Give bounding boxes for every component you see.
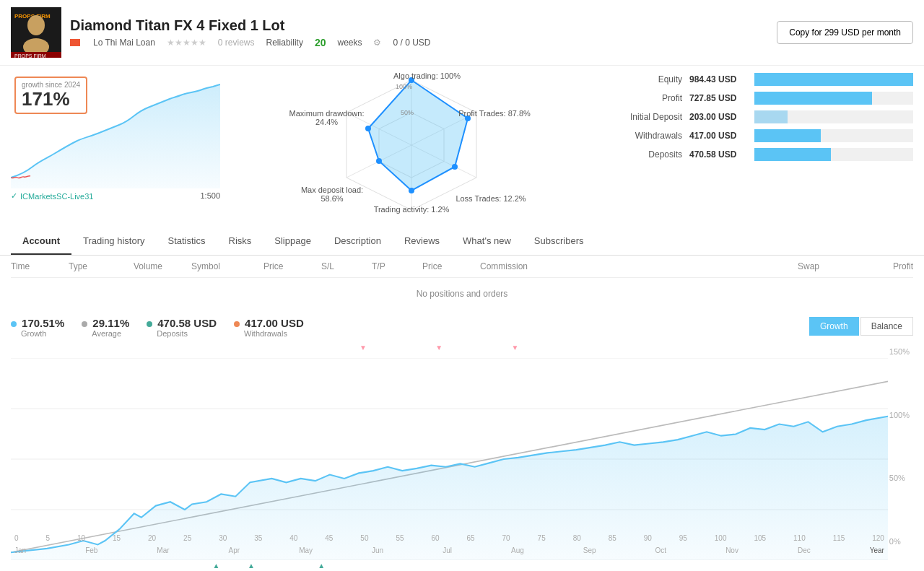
svg-point-2	[27, 15, 45, 35]
x-85: 85	[609, 534, 616, 542]
month-year: Year	[870, 546, 884, 554]
month-jul: Jul	[443, 546, 452, 554]
x-110: 110	[793, 534, 806, 542]
y-axis-labels: 150% 100% 50% 0%	[889, 344, 910, 549]
no-positions-message: No positions and orders	[11, 278, 913, 310]
deposit-marker-1: ▲	[212, 562, 219, 570]
month-aug: Aug	[511, 546, 524, 554]
equity-bar	[754, 73, 913, 86]
profit-bar-container	[754, 92, 913, 105]
x-100: 100	[715, 534, 727, 542]
arrow-3: ▼	[512, 344, 519, 352]
toggle-growth-button[interactable]: Growth	[809, 317, 859, 336]
tab-whats-new[interactable]: What's new	[451, 228, 523, 255]
tab-account[interactable]: Account	[11, 228, 71, 255]
growth-label-deposits: Deposits	[147, 329, 217, 338]
x-0: 0	[14, 534, 19, 542]
x-50: 50	[360, 534, 368, 542]
balance-value: 0 / 0 USD	[393, 38, 430, 48]
tab-subscribers[interactable]: Subscribers	[523, 228, 596, 255]
copy-button[interactable]: Copy for 299 USD per month	[777, 21, 913, 44]
x-40: 40	[289, 534, 297, 542]
profit-row: Profit 727.85 USD	[603, 92, 913, 105]
growth-stat-average: 29.11% Average	[82, 317, 129, 338]
broker-name: ✓ ICMarketsSC-Live31	[11, 191, 93, 201]
tab-slippage[interactable]: Slippage	[263, 228, 323, 255]
growth-stats: 170.51% Growth 29.11% Average 470.58 USD…	[11, 317, 304, 338]
center-section: 50% 100% Algo trading: 100% Profit Trade…	[227, 73, 596, 217]
weeks-label: weeks	[337, 38, 362, 48]
right-section: Equity 984.43 USD Profit 727.85 USD Init…	[603, 73, 913, 217]
month-mar: Mar	[157, 546, 169, 554]
tab-reviews[interactable]: Reviews	[393, 228, 451, 255]
col-price: Price	[263, 261, 321, 271]
growth-chart-area: 150% 100% 50% 0% ▼ ▼ ▼	[11, 344, 913, 571]
withdrawals-bar-container	[754, 129, 913, 142]
svg-point-14	[452, 164, 458, 170]
x-60: 60	[431, 534, 439, 542]
reviews-count: 0 reviews	[218, 38, 255, 48]
page-header: PROPS FIRM PROPS FIRM Diamond Titan FX 4…	[0, 0, 924, 66]
drop-arrows: ▼ ▼ ▼	[47, 344, 892, 358]
profit-value: 727.85 USD	[689, 93, 754, 103]
month-apr: Apr	[229, 546, 240, 554]
growth-label-growth: Growth	[11, 329, 64, 338]
col-volume: Volume	[134, 261, 191, 271]
growth-stat-withdrawals: 417.00 USD Withdrawals	[234, 317, 304, 338]
initial-deposit-value: 203.00 USD	[689, 112, 754, 122]
month-nov: Nov	[725, 546, 738, 554]
radar-profit-label: Profit Trades: 87.8%	[455, 109, 534, 118]
growth-stat-growth-val: 170.51%	[11, 317, 64, 329]
col-type: Type	[69, 261, 134, 271]
x-75: 75	[538, 534, 546, 542]
svg-text:PROPS FIRM: PROPS FIRM	[14, 53, 46, 58]
month-oct: Oct	[655, 546, 667, 554]
col-sl: S/L	[321, 261, 372, 271]
month-jun: Jun	[372, 546, 383, 554]
equity-row: Equity 984.43 USD	[603, 73, 913, 86]
page-title: Diamond Titan FX 4 Fixed 1 Lot	[70, 17, 768, 34]
deposits-value: 470.58 USD	[689, 149, 754, 160]
y-label-50: 50%	[889, 474, 910, 482]
equity-label: Equity	[603, 74, 689, 84]
leverage: 1:500	[200, 191, 220, 201]
col-swap: Swap	[798, 261, 855, 271]
avatar: PROPS FIRM PROPS FIRM	[11, 7, 61, 58]
x-45: 45	[325, 534, 333, 542]
x-95: 95	[679, 534, 687, 542]
toggle-balance-button[interactable]: Balance	[860, 317, 913, 336]
svg-point-15	[409, 188, 414, 193]
col-time: Time	[11, 261, 69, 271]
tab-statistics[interactable]: Statistics	[157, 228, 217, 255]
header-meta: Lo Thi Mai Loan ★★★★★ 0 reviews Reliabil…	[70, 37, 768, 48]
y-label-150: 150%	[889, 347, 910, 356]
radar-algo-label: Algo trading: 100%	[393, 71, 461, 80]
x-25: 25	[183, 534, 191, 542]
deposit-marker-3: ▲	[318, 562, 325, 570]
tab-description[interactable]: Description	[323, 228, 393, 255]
growth-stat-average-val: 29.11%	[82, 317, 129, 329]
col-profit: Profit	[855, 261, 913, 271]
x-10: 10	[77, 534, 85, 542]
tab-risks[interactable]: Risks	[217, 228, 263, 255]
x-55: 55	[396, 534, 404, 542]
month-sep: Sep	[583, 546, 596, 554]
tab-trading-history[interactable]: Trading history	[71, 228, 157, 255]
month-jan: Jan	[14, 546, 26, 554]
month-dec: Dec	[798, 546, 811, 554]
growth-stat-deposits-val: 470.58 USD	[147, 317, 217, 329]
left-section: growth since 2024 171%	[11, 73, 220, 217]
growth-section: 170.51% Growth 29.11% Average 470.58 USD…	[0, 310, 924, 571]
withdrawals-label: Withdrawals	[603, 131, 689, 141]
deposits-bar	[754, 148, 831, 161]
col-commission: Commission	[480, 261, 798, 271]
broker-check-icon: ✓	[11, 191, 17, 201]
growth-stat-growth: 170.51% Growth	[11, 317, 64, 338]
growth-header: 170.51% Growth 29.11% Average 470.58 USD…	[11, 317, 913, 338]
x-120: 120	[872, 534, 884, 542]
x-70: 70	[502, 534, 510, 542]
x-15: 15	[113, 534, 121, 542]
weeks-value: 20	[315, 37, 326, 48]
table-header: Time Type Volume Symbol Price S/L T/P Pr…	[11, 256, 913, 278]
x-90: 90	[644, 534, 652, 542]
